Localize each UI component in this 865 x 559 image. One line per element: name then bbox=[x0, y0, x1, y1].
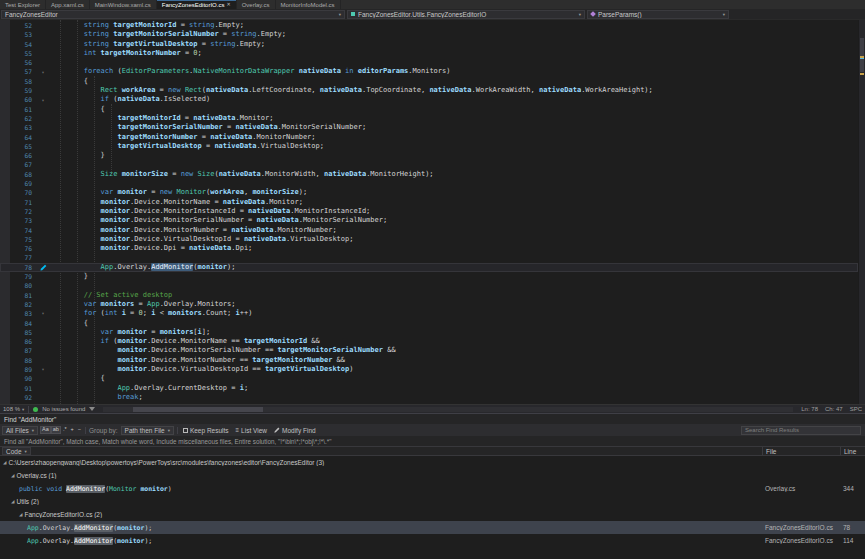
collapse-chevron-icon[interactable]: ▾ bbox=[36, 67, 50, 76]
code-line-71[interactable]: 71 monitor.Device.MonitorName = nativeDa… bbox=[0, 198, 858, 207]
scrollbar-thumb[interactable] bbox=[860, 38, 864, 72]
code-line-82[interactable]: 82 var monitors = App.Overlay.Monitors; bbox=[0, 300, 858, 309]
code-line-89[interactable]: 89▾ monitor.Device.VirtualDesktopId == t… bbox=[0, 365, 858, 374]
code-text[interactable]: string targetMonitorId = string.Empty; bbox=[50, 21, 858, 30]
code-line-56[interactable]: 56 bbox=[0, 58, 858, 67]
find-results-tab[interactable]: Find "AddMonitor" bbox=[0, 414, 865, 424]
code-text[interactable]: break; bbox=[50, 393, 858, 402]
code-line-70[interactable]: 70 var monitor = new Monitor(workArea, m… bbox=[0, 188, 858, 197]
expand-all-icon[interactable]: + bbox=[70, 427, 75, 433]
code-text[interactable]: targetVirtualDesktop = nativeData.Virtua… bbox=[50, 142, 858, 151]
collapse-chevron-icon[interactable]: ▾ bbox=[36, 365, 50, 374]
code-text[interactable]: } bbox=[50, 272, 858, 281]
code-text[interactable]: targetMonitorNumber = nativeData.Monitor… bbox=[50, 133, 858, 142]
issues-status[interactable]: No issues found bbox=[42, 406, 85, 412]
code-text[interactable]: var monitor = new Monitor(workArea, moni… bbox=[50, 188, 858, 197]
code-text[interactable]: targetMonitorId = nativeData.Monitor; bbox=[50, 114, 858, 123]
code-text[interactable]: monitor.Device.MonitorNumber == targetMo… bbox=[50, 356, 858, 365]
code-text[interactable] bbox=[50, 281, 858, 290]
code-line-57[interactable]: 57▾ foreach (EditorParameters.NativeMoni… bbox=[0, 67, 858, 76]
group-by-dropdown[interactable]: Path then File ▾ bbox=[121, 426, 174, 435]
match-case-icon[interactable]: Aa bbox=[41, 427, 50, 433]
find-row-4[interactable]: ◢FancyZonesEditorIO.cs (2) bbox=[0, 508, 865, 521]
code-line-72[interactable]: 72 monitor.Device.MonitorInstanceId = na… bbox=[0, 207, 858, 216]
find-row-1[interactable]: ◢Overlay.cs (1) bbox=[0, 469, 865, 482]
code-line-85[interactable]: 85 var monitor = monitors[i]; bbox=[0, 328, 858, 337]
code-text[interactable] bbox=[50, 160, 858, 169]
code-line-74[interactable]: 74 monitor.Device.MonitorNumber = native… bbox=[0, 226, 858, 235]
tab-monitorinfomodel-cs[interactable]: MonitorInfoModel.cs bbox=[276, 0, 341, 9]
code-line-65[interactable]: 65 targetVirtualDesktop = nativeData.Vir… bbox=[0, 142, 858, 151]
code-text[interactable]: { bbox=[50, 77, 858, 86]
type-dropdown[interactable]: FancyZonesEditor.Utils.FancyZonesEditorI… bbox=[347, 10, 585, 19]
code-line-79[interactable]: 79 } bbox=[0, 272, 858, 281]
code-line-78[interactable]: 78 App.Overlay.AddMonitor(monitor); bbox=[0, 263, 858, 272]
code-text[interactable] bbox=[50, 179, 858, 188]
code-text[interactable] bbox=[50, 253, 858, 262]
code-line-90[interactable]: 90 { bbox=[0, 374, 858, 383]
code-line-59[interactable]: 59 Rect workArea = new Rect(nativeData.L… bbox=[0, 86, 858, 95]
collapse-chevron-icon[interactable]: ▾ bbox=[36, 95, 50, 104]
code-line-73[interactable]: 73 monitor.Device.MonitorSerialNumber = … bbox=[0, 216, 858, 225]
code-line-58[interactable]: 58 { bbox=[0, 77, 858, 86]
code-text[interactable]: App.Overlay.CurrentDesktop = i; bbox=[50, 384, 858, 393]
code-line-54[interactable]: 54 string targetVirtualDesktop = string.… bbox=[0, 40, 858, 49]
code-line-75[interactable]: 75 monitor.Device.VirtualDesktopId = nat… bbox=[0, 235, 858, 244]
column-header-line[interactable]: Line bbox=[840, 447, 865, 455]
collapse-chevron-icon[interactable]: ▾ bbox=[36, 309, 50, 318]
code-text[interactable]: var monitor = monitors[i]; bbox=[50, 328, 858, 337]
code-text[interactable]: targetMonitorSerialNumber = nativeData.M… bbox=[50, 123, 858, 132]
tab-mainwindow-xaml-cs[interactable]: MainWindow.xaml.cs bbox=[90, 0, 157, 9]
code-line-76[interactable]: 76 monitor.Device.Dpi = nativeData.Dpi; bbox=[0, 244, 858, 253]
code-text[interactable]: } bbox=[50, 151, 858, 160]
code-area[interactable]: 52 string targetMonitorId = string.Empty… bbox=[0, 21, 858, 402]
code-text[interactable]: string targetVirtualDesktop = string.Emp… bbox=[50, 40, 858, 49]
list-view-button[interactable]: ≡ List View bbox=[234, 427, 269, 434]
tab-fancyzoneseditorio-cs[interactable]: FancyZonesEditorIO.cs✕ bbox=[157, 0, 237, 9]
expander-icon[interactable]: ◢ bbox=[11, 473, 14, 478]
code-line-68[interactable]: 68 Size monitorSize = new Size(nativeDat… bbox=[0, 170, 858, 179]
code-text[interactable]: { bbox=[50, 374, 858, 383]
expander-icon[interactable]: ◢ bbox=[19, 512, 22, 517]
code-text[interactable]: monitor.Device.Dpi = nativeData.Dpi; bbox=[50, 244, 858, 253]
keep-results-button[interactable]: Keep Results bbox=[181, 427, 231, 434]
code-line-60[interactable]: 60▾ if (nativeData.IsSelected) bbox=[0, 95, 858, 104]
code-line-81[interactable]: 81 // Set active desktop bbox=[0, 291, 858, 300]
member-dropdown[interactable]: ParseParams() ▾ bbox=[587, 10, 729, 19]
code-text[interactable]: Size monitorSize = new Size(nativeData.M… bbox=[50, 170, 858, 179]
code-line-80[interactable]: 80 bbox=[0, 281, 858, 290]
code-text[interactable]: if (nativeData.IsSelected) bbox=[50, 95, 858, 104]
code-text[interactable]: monitor.Device.MonitorSerialNumber = nat… bbox=[50, 216, 858, 225]
code-text[interactable]: foreach (EditorParameters.NativeMonitorD… bbox=[50, 67, 858, 76]
regex-icon[interactable]: .* bbox=[62, 427, 68, 433]
code-line-66[interactable]: 66 } bbox=[0, 151, 858, 160]
code-line-69[interactable]: 69 bbox=[0, 179, 858, 188]
code-line-53[interactable]: 53 string targetMonitorSerialNumber = st… bbox=[0, 30, 858, 39]
code-line-83[interactable]: 83▾ for (int i = 0; i < monitors.Count; … bbox=[0, 309, 858, 318]
code-text[interactable]: int targetMonitorNumber = 0; bbox=[50, 49, 858, 58]
horizontal-scrollbar[interactable] bbox=[103, 407, 793, 412]
code-line-63[interactable]: 63 targetMonitorSerialNumber = nativeDat… bbox=[0, 123, 858, 132]
find-row-5[interactable]: App.Overlay.AddMonitor(monitor);FancyZon… bbox=[0, 521, 865, 534]
code-text[interactable]: { bbox=[50, 105, 858, 114]
close-icon[interactable]: ✕ bbox=[226, 2, 230, 7]
code-line-88[interactable]: 88 monitor.Device.MonitorNumber == targe… bbox=[0, 356, 858, 365]
code-text[interactable]: monitor.Device.VirtualDesktopId == targe… bbox=[50, 365, 858, 374]
modify-find-button[interactable]: Modify Find bbox=[272, 427, 318, 434]
code-text[interactable]: App.Overlay.AddMonitor(monitor); bbox=[50, 263, 858, 272]
expander-icon[interactable]: ◢ bbox=[3, 460, 6, 465]
code-line-64[interactable]: 64 targetMonitorNumber = nativeData.Moni… bbox=[0, 133, 858, 142]
code-text[interactable]: { bbox=[50, 319, 858, 328]
code-text[interactable]: monitor.Device.MonitorName = nativeData.… bbox=[50, 198, 858, 207]
column-header-file[interactable]: File bbox=[762, 447, 840, 455]
find-row-6[interactable]: App.Overlay.AddMonitor(monitor);FancyZon… bbox=[0, 534, 865, 547]
expander-icon[interactable]: ◢ bbox=[11, 499, 14, 504]
code-line-92[interactable]: 92 break; bbox=[0, 393, 858, 402]
code-line-91[interactable]: 91 App.Overlay.CurrentDesktop = i; bbox=[0, 384, 858, 393]
vertical-scrollbar[interactable] bbox=[858, 20, 865, 404]
spaces-indicator[interactable]: SPC bbox=[850, 406, 862, 412]
find-row-2[interactable]: public void AddMonitor(Monitor monitor)O… bbox=[0, 482, 865, 495]
code-text[interactable]: if (monitor.Device.MonitorName == target… bbox=[50, 337, 858, 346]
code-line-55[interactable]: 55 int targetMonitorNumber = 0; bbox=[0, 49, 858, 58]
code-text[interactable]: monitor.Device.MonitorNumber = nativeDat… bbox=[50, 226, 858, 235]
